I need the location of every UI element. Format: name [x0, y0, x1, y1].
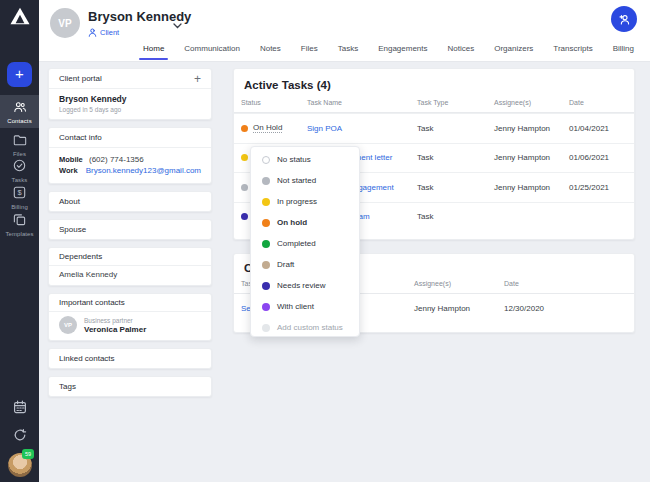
- sidebar-item-contacts[interactable]: Contacts: [0, 95, 39, 128]
- status-dot: [262, 324, 270, 332]
- col-task-type: Task Type: [417, 99, 494, 106]
- task-type: Task: [417, 153, 494, 162]
- section-title: Linked contacts: [59, 354, 115, 363]
- status-dot: [262, 219, 270, 227]
- client-type-label: Client: [100, 28, 119, 37]
- menu-item-label: Needs review: [277, 281, 325, 290]
- status-dot: [241, 125, 248, 132]
- contacts-icon: [13, 99, 27, 117]
- dependents-card: Dependents Amelia Kennedy: [48, 247, 212, 286]
- task-assignee: Jenny Hampton: [494, 183, 569, 192]
- menu-item-add-custom-status[interactable]: Add custom status: [251, 317, 359, 338]
- email-link[interactable]: Bryson.kennedy123@gmail.com: [86, 166, 201, 175]
- client-type[interactable]: Client: [88, 28, 119, 37]
- task-assignee: Jenny Hampton: [494, 153, 569, 162]
- menu-item-draft[interactable]: Draft: [251, 254, 359, 275]
- app-rail: + Contacts Files: [0, 0, 39, 482]
- status-dot: [262, 198, 270, 206]
- person-plus-icon: [618, 13, 631, 26]
- client-info-column: Client portal + Bryson Kennedy Logged in…: [48, 68, 212, 397]
- menu-item-in-progress[interactable]: In progress: [251, 191, 359, 212]
- menu-item-with-client[interactable]: With client: [251, 296, 359, 317]
- col-date: Date: [569, 99, 634, 106]
- menu-item-label: In progress: [277, 197, 317, 206]
- task-date: 12/30/2020: [504, 304, 634, 313]
- task-date: 01/06/2021: [569, 153, 634, 162]
- contact-label: Work: [59, 166, 80, 175]
- global-add-button[interactable]: +: [7, 62, 32, 87]
- col-status: Status: [234, 99, 307, 106]
- menu-item-completed[interactable]: Completed: [251, 233, 359, 254]
- section-title: Important contacts: [59, 298, 125, 307]
- copy-icon: [13, 212, 26, 230]
- tab-billing[interactable]: Billing: [603, 39, 644, 61]
- sidebar-item-templates[interactable]: Templates: [0, 208, 39, 241]
- add-user-button[interactable]: [611, 6, 637, 32]
- tab-home[interactable]: Home: [133, 39, 174, 61]
- section-title: Tags: [59, 382, 76, 391]
- contact-label: Mobile: [59, 155, 83, 164]
- status-dropdown-trigger[interactable]: On Hold: [253, 123, 282, 133]
- spouse-card[interactable]: Spouse: [48, 219, 212, 240]
- tab-engagements[interactable]: Engagements: [368, 39, 437, 61]
- tab-communication[interactable]: Communication: [174, 39, 250, 61]
- folder-icon: [13, 132, 27, 150]
- active-tasks-title: Active Tasks (4): [234, 69, 634, 99]
- tab-files[interactable]: Files: [291, 39, 328, 61]
- task-link[interactable]: Sign POA: [307, 124, 342, 133]
- status-dot: [241, 184, 248, 191]
- dependent-name[interactable]: Amelia Kennedy: [59, 270, 201, 279]
- client-avatar: VP: [50, 8, 80, 38]
- col-task-name: Task Name: [307, 99, 417, 106]
- about-card[interactable]: About: [48, 191, 212, 212]
- menu-item-label: No status: [277, 155, 311, 164]
- app-window: + Contacts Files: [0, 0, 650, 482]
- status-dot: [262, 156, 270, 164]
- col-date: Date: [504, 280, 634, 287]
- contact-avatar: VP: [59, 316, 77, 334]
- tab-tasks[interactable]: Tasks: [328, 39, 368, 61]
- menu-item-on-hold[interactable]: On hold: [251, 212, 359, 233]
- client-portal-card: Client portal + Bryson Kennedy Logged in…: [48, 68, 212, 120]
- timer-icon[interactable]: [0, 428, 39, 442]
- menu-item-label: Add custom status: [277, 323, 343, 332]
- status-dot: [262, 177, 270, 185]
- task-type: Task: [417, 212, 494, 221]
- tab-notices[interactable]: Notices: [438, 39, 485, 61]
- menu-item-not-started[interactable]: Not started: [251, 170, 359, 191]
- important-contact-row[interactable]: VP Business partner Veronica Palmer: [49, 312, 211, 340]
- menu-item-label: On hold: [277, 218, 307, 227]
- important-contacts-card: Important contacts VP Business partner V…: [48, 293, 212, 341]
- status-dot: [241, 213, 248, 220]
- contact-row-mobile: Mobile (602) 774-1356: [59, 155, 201, 164]
- task-assignee: Jenny Hampton: [494, 124, 569, 133]
- linked-contacts-card[interactable]: Linked contacts: [48, 348, 212, 369]
- col-assignee: Assignee(s): [414, 280, 504, 287]
- dollar-square-icon: $: [13, 185, 26, 203]
- sidebar-item-label: Contacts: [7, 118, 31, 124]
- portal-last-login: Logged in 5 days ago: [59, 106, 201, 113]
- status-dropdown-menu: No status Not started In progress On hol…: [250, 146, 360, 337]
- menu-item-label: Completed: [277, 239, 316, 248]
- menu-item-label: Not started: [277, 176, 316, 185]
- chevron-down-icon[interactable]: [173, 15, 182, 33]
- task-type: Task: [417, 124, 494, 133]
- menu-item-no-status[interactable]: No status: [251, 149, 359, 170]
- person-icon: [88, 28, 97, 37]
- contact-relation: Business partner: [84, 317, 146, 324]
- section-title: Dependents: [59, 252, 102, 261]
- contact-row-work: Work Bryson.kennedy123@gmail.com: [59, 166, 201, 175]
- menu-item-needs-review[interactable]: Needs review: [251, 275, 359, 296]
- tab-notes[interactable]: Notes: [250, 39, 291, 61]
- status-dot: [262, 282, 270, 290]
- check-circle-icon: [13, 158, 26, 176]
- task-date: 01/25/2021: [569, 183, 634, 192]
- tags-card[interactable]: Tags: [48, 376, 212, 397]
- calendar-icon[interactable]: [0, 400, 39, 414]
- sidebar-item-label: Templates: [5, 231, 33, 237]
- client-header: VP Bryson Kennedy Client Home Communicat…: [39, 0, 650, 62]
- contact-info-card: Contact info Mobile (602) 774-1356 Work …: [48, 127, 212, 184]
- tab-organizers[interactable]: Organizers: [484, 39, 543, 61]
- add-portal-button[interactable]: +: [194, 72, 201, 86]
- tab-transcripts[interactable]: Transcripts: [543, 39, 602, 61]
